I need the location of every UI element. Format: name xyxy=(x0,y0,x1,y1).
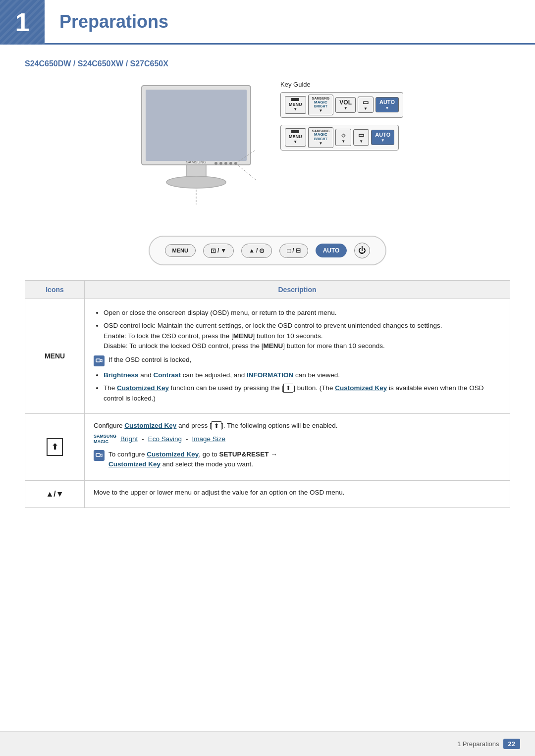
ctrl-up-icon: ▲ xyxy=(249,247,255,254)
menu-note-box: If the OSD control is locked, xyxy=(94,355,501,366)
main-content: S24C650DW / S24C650XW / S27C650X SAMSUNG xyxy=(0,59,535,538)
page-header: 1 Preparations xyxy=(0,0,535,45)
table-row-customkey: ⬆ Configure Customized Key and press [⬆]… xyxy=(25,413,510,480)
model-title: S24C650DW / S24C650XW / S27C650X xyxy=(25,59,510,68)
ctrl-slash: / xyxy=(256,247,258,254)
customized-key-links: SAMSUNGMAGIC Bright - Eco Saving - Image… xyxy=(94,434,501,445)
customkey-icon: ⬆ xyxy=(47,438,63,456)
key-btn-brightness: ☼ ▼ xyxy=(335,129,351,146)
table-header-description: Description xyxy=(85,281,510,299)
separator-1: - xyxy=(142,434,144,444)
key-btn-magic-bright-1: SAMSUNG MAGIC BRIGHT ▼ xyxy=(308,95,334,115)
desc-cell-customkey: Configure Customized Key and press [⬆]. … xyxy=(85,413,510,480)
key-btn-magic-bright-2: SAMSUNG MAGIC BRIGHT ▼ xyxy=(308,127,334,148)
key-btn-auto-1: AUTO ▼ xyxy=(375,97,399,112)
ctrl-jog-slash: / xyxy=(217,247,219,254)
footer-page-number: 22 xyxy=(503,739,520,749)
note-content-2: To configure Customized Key, go to SETUP… xyxy=(108,450,501,470)
contrast-link: Contrast xyxy=(154,371,181,379)
chapter-number: 1 xyxy=(15,7,30,37)
key-btn-vol: VOL ▼ xyxy=(335,97,356,113)
menu-desc-item-2: OSD control lock: Maintain the current s… xyxy=(104,321,501,351)
customized-key-link-2: Customized Key xyxy=(335,384,387,392)
svg-text:SAMSUNG: SAMSUNG xyxy=(186,160,206,164)
key-row-2: MENU ▼ SAMSUNG MAGIC BRIGHT ▼ ☼ ▼ ▭ xyxy=(280,125,399,151)
icon-cell-customkey: ⬆ xyxy=(25,413,85,480)
ctrl-btn-updown: ▲ / ⊙ xyxy=(241,244,272,258)
table-row-updown: ▲/▼ Move to the upper or lower menu or a… xyxy=(25,481,510,508)
key-guide-label: Key Guide xyxy=(280,81,311,88)
menu-icon-label: MENU xyxy=(45,352,65,360)
icon-cell-updown: ▲/▼ xyxy=(25,481,85,508)
ctrl-btn-display: □ / ⊟ xyxy=(279,244,308,258)
svg-line-11 xyxy=(236,163,256,180)
customized-key-link-1: Customized Key xyxy=(117,384,169,392)
control-row: MENU ⊡ / ▼ ▲ / ⊙ □ / ⊟ AUTO ⏻ xyxy=(149,236,386,265)
ctrl-menu-label: MENU xyxy=(172,248,188,253)
svg-rect-14 xyxy=(96,454,100,456)
desc-cell-menu: Open or close the onscreen display (OSD)… xyxy=(85,299,510,414)
svg-point-8 xyxy=(229,162,232,165)
ctrl-btn-power: ⏻ xyxy=(354,243,370,258)
note-icon-2 xyxy=(94,450,105,461)
image-size-link[interactable]: Image Size xyxy=(192,434,226,444)
brightness-link: Brightness xyxy=(104,371,139,379)
key-btn-auto-2: AUTO ▼ xyxy=(371,130,394,145)
note-icon-1 xyxy=(94,355,105,366)
menu-desc-list: Open or close the onscreen display (OSD)… xyxy=(94,308,501,351)
key-btn-menu-2: MENU ▼ xyxy=(285,128,306,146)
samsung-magic-prefix: SAMSUNGMAGIC xyxy=(94,434,116,445)
ctrl-btn-auto: AUTO xyxy=(316,244,347,257)
menu-desc-item-3: Brightness and Contrast can be adjusted,… xyxy=(104,370,501,380)
power-icon: ⏻ xyxy=(358,246,366,255)
setup-reset-text: SETUP&RESET xyxy=(219,451,269,458)
menu-desc-item-1: Open or close the onscreen display (OSD)… xyxy=(104,308,501,318)
key-row-1: MENU ▼ SAMSUNG MAGIC BRIGHT ▼ VOL ▼ ▭ xyxy=(280,92,403,118)
svg-rect-13 xyxy=(96,359,100,362)
customkey-para: Configure Customized Key and press [⬆]. … xyxy=(94,421,501,431)
ctrl-jog-down: ▼ xyxy=(220,247,226,254)
table-header-icons: Icons xyxy=(25,281,85,299)
menu-bars-icon-2 xyxy=(291,130,299,133)
ctrl-jog-icon: ⊡ xyxy=(211,247,216,254)
svg-point-5 xyxy=(214,162,217,165)
customized-key-ref: Customized Key xyxy=(124,422,176,429)
svg-point-7 xyxy=(224,162,227,165)
chapter-number-block: 1 xyxy=(0,0,45,45)
bright-link[interactable]: Bright xyxy=(120,434,138,444)
svg-point-3 xyxy=(166,176,226,188)
key-btn-display-1: ▭ ▼ xyxy=(358,97,374,113)
footer-text: 1 Preparations xyxy=(457,740,499,748)
ctrl-display-icon: □ xyxy=(287,247,291,254)
key-btn-display-2: ▭ ▼ xyxy=(353,129,369,146)
svg-rect-1 xyxy=(146,90,247,161)
page-footer: 1 Preparations 22 xyxy=(0,731,535,756)
svg-point-6 xyxy=(219,162,222,165)
desc-cell-updown: Move to the upper or lower menu or adjus… xyxy=(85,481,510,508)
ctrl-circle-icon: ⊙ xyxy=(259,247,265,254)
eco-saving-link[interactable]: Eco Saving xyxy=(148,434,182,444)
diagram-area: SAMSUNG Key Guide xyxy=(25,81,510,221)
chapter-title: Preparations xyxy=(59,11,168,32)
table-row-menu: MENU Open or close the onscreen display … xyxy=(25,299,510,414)
icon-cell-menu: MENU xyxy=(25,299,85,414)
key-btn-menu-1: MENU ▼ xyxy=(285,96,306,114)
information-link: INFORMATION xyxy=(247,371,293,379)
menu-bars-icon xyxy=(291,98,299,101)
monitor-image: SAMSUNG xyxy=(132,81,261,221)
description-table: Icons Description MENU Open or close the… xyxy=(25,280,510,508)
menu-desc-list-2: Brightness and Contrast can be adjusted,… xyxy=(94,370,501,403)
note-content-1: If the OSD control is locked, xyxy=(108,355,501,365)
ctrl-disp2-icon: ⊟ xyxy=(296,247,301,254)
ctrl-disp-slash: / xyxy=(292,247,294,254)
menu-desc-item-4: The Customized Key function can be used … xyxy=(104,383,501,403)
ctrl-btn-menu: MENU xyxy=(165,244,196,257)
ctrl-auto-label: AUTO xyxy=(323,247,340,254)
ctrl-btn-jog: ⊡ / ▼ xyxy=(203,244,234,258)
chapter-title-area: Preparations xyxy=(45,0,535,45)
updown-icon: ▲/▼ xyxy=(46,490,63,498)
separator-2: - xyxy=(186,434,188,444)
updown-para: Move to the upper or lower menu or adjus… xyxy=(94,488,501,498)
customized-key-note-link-2: Customized Key xyxy=(108,460,160,468)
customkey-note-box: To configure Customized Key, go to SETUP… xyxy=(94,450,501,470)
